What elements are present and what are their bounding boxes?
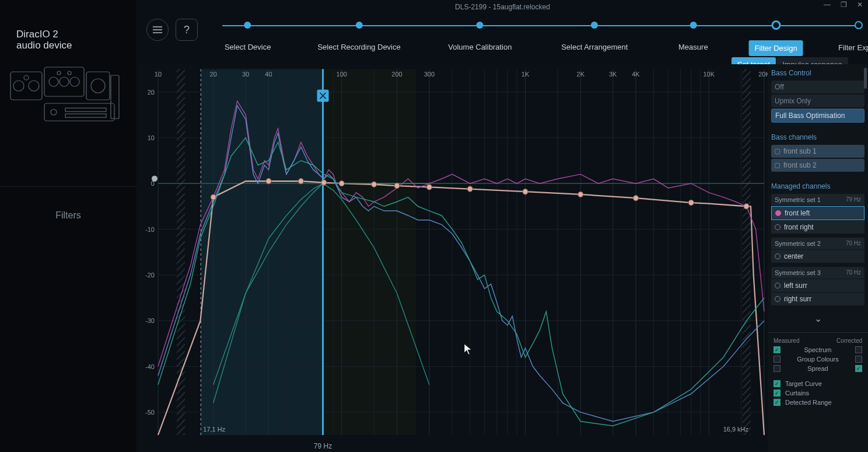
svg-point-98 (426, 185, 432, 190)
step-label: Filter Export (832, 40, 868, 55)
check-row-single: Target Curve (771, 379, 864, 388)
checkbox[interactable] (774, 356, 780, 363)
bass-control-option[interactable]: Upmix Only (771, 95, 864, 107)
checkbox[interactable] (774, 346, 780, 353)
svg-text:30: 30 (242, 71, 249, 78)
check-label: Detected Range (780, 399, 862, 406)
symmetric-set-header[interactable]: Symmetric set 270 Hz (771, 238, 864, 249)
check-row: Spectrum (771, 345, 864, 354)
svg-point-105 (152, 176, 158, 182)
window-minimize-icon[interactable]: — (822, 0, 832, 9)
svg-point-95 (339, 180, 344, 186)
step-label: Select Arrangement (555, 39, 634, 55)
svg-text:3K: 3K (609, 71, 617, 78)
channel-row[interactable]: left surr (771, 279, 864, 292)
svg-point-97 (394, 183, 400, 188)
step-dot (244, 22, 251, 29)
svg-point-104 (744, 204, 749, 209)
window-titlebar: DLS-2199 - 15augflat.relocked — ❐ ✕ (137, 0, 868, 14)
step-5[interactable]: Filter Design (749, 19, 803, 56)
checkbox[interactable] (774, 390, 780, 397)
checkbox[interactable] (774, 380, 780, 387)
svg-point-91 (211, 194, 216, 200)
step-2[interactable]: Volume Calibration (442, 19, 517, 55)
step-6[interactable]: Filter Export (832, 19, 868, 55)
help-button[interactable]: ? (176, 19, 198, 41)
svg-text:-10: -10 (145, 225, 155, 232)
bass-channel[interactable]: front sub 2 (771, 159, 864, 172)
radio-icon (775, 224, 780, 230)
expand-chevron-icon[interactable]: ⌄ (771, 310, 864, 328)
svg-text:-20: -20 (145, 272, 155, 279)
channel-row[interactable]: center (771, 250, 864, 263)
question-icon: ? (184, 24, 190, 36)
window-close-icon[interactable]: ✕ (855, 0, 864, 9)
svg-text:2K: 2K (577, 71, 585, 78)
svg-point-94 (321, 180, 327, 185)
svg-point-6 (60, 77, 69, 86)
channel-label: right surr (784, 295, 811, 303)
check-row: Group Colours (771, 354, 864, 364)
svg-rect-10 (86, 72, 110, 100)
step-label: Filter Design (749, 40, 803, 56)
step-label: Select Device (219, 39, 276, 55)
menu-button[interactable] (146, 19, 169, 41)
step-4[interactable]: Measure (673, 19, 714, 55)
svg-text:10: 10 (155, 71, 162, 78)
speaker-illustration (7, 61, 136, 134)
bass-control-option[interactable]: Off (771, 81, 864, 93)
svg-text:300: 300 (424, 71, 435, 78)
svg-rect-26 (323, 69, 416, 435)
svg-rect-12 (111, 75, 119, 119)
frequency-response-chart[interactable]: 102030401002003001K2K3K4K10K20K20100-10-… (137, 64, 768, 452)
check-row: Spread (771, 364, 864, 373)
symmetric-set-header[interactable]: Symmetric set 370 Hz (771, 267, 864, 279)
set-hz: 70 Hz (846, 240, 861, 247)
checkbox[interactable] (855, 365, 862, 372)
svg-text:20K: 20K (758, 71, 768, 78)
bass-channel[interactable]: front sub 1 (771, 145, 864, 158)
managed-channels-title: Managed channels (771, 182, 864, 190)
checkbox[interactable] (774, 365, 780, 372)
radio-icon (775, 149, 780, 154)
checkbox[interactable] (855, 356, 862, 363)
svg-point-8 (57, 71, 61, 75)
svg-rect-13 (44, 103, 114, 121)
check-label: Curtains (780, 390, 862, 397)
svg-text:20: 20 (210, 71, 217, 78)
set-title: Symmetric set 1 (775, 196, 821, 203)
checkbox[interactable] (855, 346, 862, 353)
check-label: Target Curve (780, 380, 862, 387)
step-0[interactable]: Select Device (219, 19, 276, 55)
svg-rect-16 (65, 114, 106, 117)
svg-point-11 (91, 79, 105, 93)
step-dot (356, 22, 363, 29)
svg-point-99 (467, 186, 473, 192)
svg-point-102 (634, 196, 639, 201)
window-maximize-icon[interactable]: ❐ (839, 0, 848, 9)
scrollbar-thumb[interactable] (864, 68, 867, 89)
brand-line1: DiracIO 2 (16, 29, 58, 40)
left-sidebar: DiracIO 2 audio device (0, 0, 137, 452)
radio-icon (775, 283, 780, 288)
bass-channels-title: Bass channels (771, 133, 864, 141)
channel-row[interactable]: front left (771, 206, 864, 220)
check-row-single: Detected Range (771, 398, 864, 407)
step-1[interactable]: Select Recording Device (312, 19, 406, 55)
step-dot (477, 22, 484, 29)
svg-text:1K: 1K (522, 71, 530, 78)
channel-row[interactable]: front right (771, 221, 864, 234)
bass-control-option[interactable]: Full Bass Optimisation (771, 109, 864, 123)
step-3[interactable]: Select Arrangement (555, 19, 634, 55)
svg-point-2 (29, 81, 39, 91)
channel-row[interactable]: right surr (771, 293, 864, 305)
step-dot (591, 22, 598, 29)
svg-text:-50: -50 (145, 409, 155, 416)
check-row-single: Curtains (771, 388, 864, 398)
svg-point-100 (523, 189, 528, 194)
checkbox[interactable] (774, 399, 780, 406)
radio-icon (775, 296, 780, 302)
radio-icon (775, 253, 780, 259)
symmetric-set-header[interactable]: Symmetric set 179 Hz (771, 194, 864, 206)
set-hz: 70 Hz (846, 269, 861, 276)
